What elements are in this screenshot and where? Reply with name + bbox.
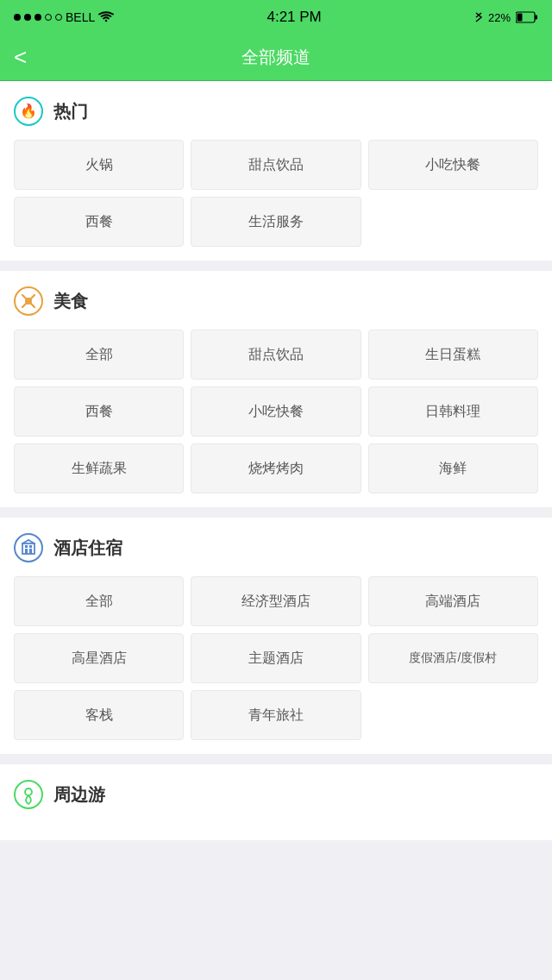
grid-item[interactable]: 青年旅社	[191, 690, 361, 740]
svg-rect-10	[22, 543, 34, 554]
section-hot-header: 🔥 热门	[14, 97, 538, 126]
svg-rect-12	[29, 549, 32, 554]
carrier-label: BELL	[66, 10, 95, 24]
grid-item[interactable]: 西餐	[14, 386, 184, 437]
signal-dot-5	[55, 14, 62, 21]
battery-percent: 22%	[488, 11, 511, 24]
grid-item[interactable]: 全部	[14, 330, 184, 380]
grid-item[interactable]: 高端酒店	[368, 576, 538, 626]
grid-item[interactable]: 全部	[14, 576, 184, 626]
grid-item[interactable]: 高星酒店	[14, 633, 184, 683]
content: 🔥 热门 火锅 甜点饮品 小吃快餐 西餐 生活服务	[0, 81, 552, 840]
section-food-grid: 全部 甜点饮品 生日蛋糕 西餐 小吃快餐 日韩料理 生鲜蔬果 烧烤烤肉 海鲜	[14, 330, 538, 493]
flame-icon: 🔥	[14, 97, 43, 126]
grid-item[interactable]: 西餐	[14, 197, 184, 247]
grid-item[interactable]: 火锅	[14, 140, 184, 190]
grid-item[interactable]: 小吃快餐	[191, 386, 361, 437]
signal-dot-2	[24, 14, 31, 21]
nav-title: 全部频道	[242, 46, 310, 69]
section-hotel-title: 酒店住宿	[53, 537, 122, 560]
section-food-title: 美食	[53, 290, 88, 313]
wifi-icon	[98, 11, 114, 23]
svg-rect-14	[29, 545, 32, 548]
status-left: BELL	[14, 10, 114, 24]
grid-item[interactable]: 客栈	[14, 690, 184, 740]
section-hotel: 酒店住宿 全部 经济型酒店 高端酒店 高星酒店 主题酒店 度假酒店/度假村 客栈…	[0, 518, 552, 754]
bluetooth-icon	[474, 10, 483, 24]
fork-icon	[14, 286, 43, 316]
section-nearby-header: 周边游	[14, 780, 538, 809]
svg-rect-2	[518, 14, 523, 22]
signal-dot-1	[14, 14, 21, 21]
grid-item[interactable]: 甜点饮品	[191, 140, 361, 190]
signal-dot-3	[34, 14, 41, 21]
grid-item[interactable]: 日韩料理	[368, 386, 538, 437]
svg-text:🔥: 🔥	[20, 103, 37, 119]
status-bar: BELL 4:21 PM 22%	[0, 0, 552, 35]
grid-item[interactable]: 小吃快餐	[368, 140, 538, 190]
section-hot-title: 热门	[53, 100, 88, 123]
svg-rect-11	[25, 549, 28, 554]
building-icon	[14, 533, 43, 562]
grid-item[interactable]: 度假酒店/度假村	[368, 633, 538, 683]
section-hot-grid: 火锅 甜点饮品 小吃快餐 西餐 生活服务	[14, 140, 538, 247]
grid-item[interactable]: 生日蛋糕	[368, 330, 538, 380]
section-hot: 🔥 热门 火锅 甜点饮品 小吃快餐 西餐 生活服务	[0, 81, 552, 261]
grid-item[interactable]: 烧烤烤肉	[191, 443, 361, 493]
svg-point-9	[15, 534, 42, 562]
battery-icon	[516, 11, 538, 23]
grid-item[interactable]: 甜点饮品	[191, 330, 361, 380]
section-hotel-header: 酒店住宿	[14, 533, 538, 562]
section-nearby-title: 周边游	[53, 783, 105, 807]
grid-item[interactable]: 经济型酒店	[191, 576, 361, 626]
section-nearby: 周边游	[0, 764, 552, 840]
signal-dot-4	[45, 14, 52, 21]
svg-rect-13	[25, 545, 28, 548]
svg-rect-1	[535, 16, 537, 20]
status-right: 22%	[474, 10, 538, 24]
grid-item[interactable]: 生活服务	[191, 197, 361, 247]
status-time: 4:21 PM	[267, 9, 321, 26]
section-hotel-grid: 全部 经济型酒店 高端酒店 高星酒店 主题酒店 度假酒店/度假村 客栈 青年旅社	[14, 576, 538, 740]
grid-item[interactable]: 主题酒店	[191, 633, 361, 683]
svg-point-18	[25, 788, 32, 795]
section-food-header: 美食	[14, 286, 538, 316]
grid-item[interactable]: 海鲜	[368, 443, 538, 493]
grid-item[interactable]: 生鲜蔬果	[14, 443, 184, 493]
nav-bar: < 全部频道	[0, 35, 552, 81]
map-icon	[14, 780, 43, 809]
section-food: 美食 全部 甜点饮品 生日蛋糕 西餐 小吃快餐 日韩料理 生鲜蔬果 烧烤烤肉 海…	[0, 271, 552, 507]
back-button[interactable]: <	[14, 44, 27, 71]
